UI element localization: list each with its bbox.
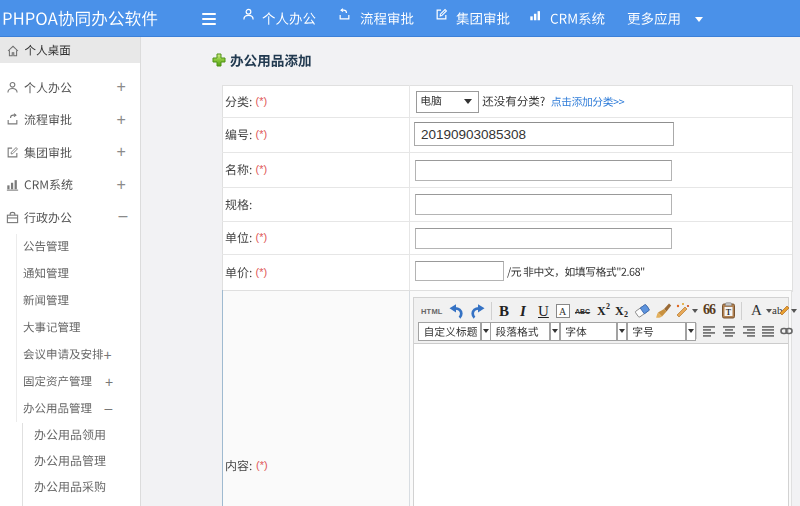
svg-text:T: T — [726, 308, 732, 317]
